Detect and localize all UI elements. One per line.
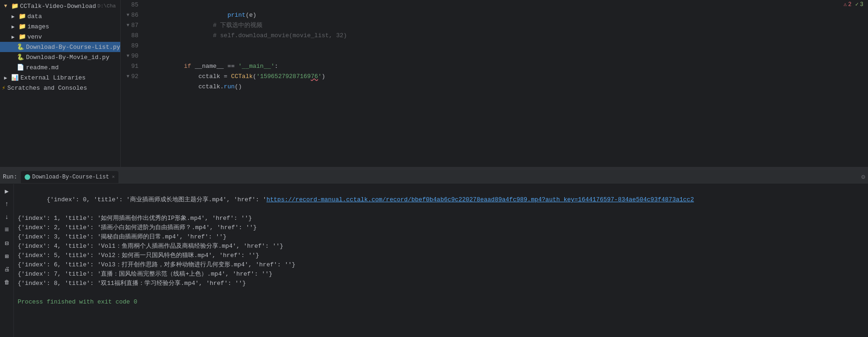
warning-badge[interactable]: ✓ 3 [855, 1, 863, 8]
line-num-87: ▼ 87 [124, 20, 138, 31]
run-button[interactable]: ▶ [2, 186, 12, 196]
folder-icon-data: 📁 [19, 13, 26, 20]
run-tabs-bar: Run: Download-By-Course-List × ⚙ [0, 170, 868, 184]
sidebar-label-scratches: Scratches and Consoles [7, 85, 87, 92]
soft-wrap-button[interactable]: ⊟ [2, 238, 12, 248]
console-line-7: {'index': 7, 'title': '直播：国风绘画完整示范（线稿+上色… [18, 270, 864, 279]
console-output[interactable]: {'index': 0, 'title': '商业插画师成长地图主题分享.mp4… [14, 184, 868, 337]
code-container[interactable]: 85 ▼ 86 ▼ 87 88 89 ▼ 90 [121, 0, 868, 163]
warning-icon: ✓ [855, 1, 859, 8]
clear-button[interactable]: 🗑 [2, 277, 12, 287]
code-line-85: print(e) [144, 0, 868, 10]
line-num-91: 91 [124, 61, 138, 72]
run-tab-active[interactable]: Download-By-Course-List × [21, 171, 118, 183]
print-button[interactable]: 🖨 [2, 264, 12, 274]
run-label: Run: [3, 173, 17, 180]
tab-python-icon [25, 174, 30, 180]
line-num-92: ▼ 92 [124, 72, 138, 82]
console-link-0[interactable]: https://record-manual.cctalk.com/record/… [267, 196, 694, 203]
error-icon: ⚠ [843, 1, 847, 8]
triangle-right-icon-images: ▶ [9, 23, 17, 30]
console-line-1: {'index': 1, 'title': '如何用插画创作出优秀的IP形象.m… [18, 214, 864, 223]
folder-icon-venv: 📁 [19, 33, 26, 40]
error-badge[interactable]: ⚠ 2 [843, 1, 851, 8]
scroll-up-button[interactable]: ↑ [2, 199, 12, 209]
code-line-90: if __name__ == '__main__': [144, 51, 868, 61]
scratch-icon: ⚡ [2, 84, 6, 92]
console-line-blank [18, 288, 864, 297]
fold-icon-87[interactable]: ▼ [126, 20, 129, 31]
close-tab-button[interactable]: × [112, 174, 115, 180]
expand-button[interactable]: ⊞ [2, 251, 12, 261]
sidebar-label-download-movie: Download-By-Movie_id.py [26, 54, 109, 61]
fold-icon-86[interactable]: ▼ [126, 10, 129, 20]
console-line-6: {'index': 6, 'title': 'Vol3：打开创作思路，对多种动物… [18, 260, 864, 270]
horizontal-scrollbar[interactable] [121, 163, 868, 167]
sidebar-item-download-movie[interactable]: 🐍 Download-By-Movie_id.py [0, 52, 120, 62]
fold-icon-90[interactable]: ▼ [126, 51, 129, 61]
run-tab-label: Download-By-Course-List [32, 174, 109, 180]
sidebar-item-readme[interactable]: 📄 readme.md [0, 62, 120, 73]
sidebar-label-readme: readme.md [26, 64, 59, 71]
folder-icon-cctalk: 📁 [11, 2, 19, 10]
md-icon: 📄 [17, 64, 24, 71]
code-lines: print(e) # 下载选中的视频 # self.download_movie… [144, 0, 868, 163]
console-line-3: {'index': 3, 'title': '揭秘自由插画师的日常.mp4', … [18, 232, 864, 242]
console-line-4: {'index': 4, 'title': 'Vol1：鱼雨桐个人插画作品及商稿… [18, 242, 864, 251]
sidebar-label-cctalk: CCTalk-Video-Download [20, 3, 96, 10]
sidebar-item-external-libs[interactable]: ▶ 📊 External Libraries [0, 73, 120, 83]
console-line-8: {'index': 8, 'title': '双11福利直播：学习经验分享.mp… [18, 279, 864, 288]
line-num-85: 85 [124, 0, 138, 10]
console-line-exit: Process finished with exit code 0 [18, 297, 864, 307]
folder-open-icon: ▼ [2, 2, 9, 10]
triangle-right-icon-ext: ▶ [2, 74, 9, 81]
line-num-86: ▼ 86 [124, 10, 138, 20]
sidebar-label-data: data [27, 13, 42, 20]
folder-icon-images: 📁 [19, 23, 26, 30]
sidebar-item-images[interactable]: ▶ 📁 images [0, 21, 120, 32]
line-num-89: 89 [124, 41, 138, 51]
bottom-run-inner: ▶ ↑ ↓ ≡ ⊟ ⊞ 🖨 🗑 {'index': 0, 'title': '商… [0, 184, 868, 337]
sidebar-item-download-course[interactable]: 🐍 Download-By-Course-List.py [0, 42, 120, 52]
bottom-panel: Run: Download-By-Course-List × ⚙ ▶ ↑ ↓ ≡… [0, 169, 868, 337]
sidebar-item-cctalk[interactable]: ▼ 📁 CCTalk-Video-Download D:\Cha [0, 1, 120, 11]
triangle-right-icon: ▶ [9, 13, 17, 20]
run-settings-icon[interactable]: ⚙ [861, 173, 865, 181]
console-line-5: {'index': 5, 'title': 'Vol2：如何画一只国风特色的猫咪… [18, 251, 864, 260]
triangle-right-icon-venv: ▶ [9, 33, 17, 40]
sidebar: ▼ 📁 CCTalk-Video-Download D:\Cha ▶ 📁 dat… [0, 0, 121, 167]
line-num-90: ▼ 90 [124, 51, 138, 61]
sidebar-label-ext-libs: External Libraries [20, 74, 85, 81]
scroll-down-button[interactable]: ↓ [2, 212, 12, 222]
python-icon-movie: 🐍 [17, 53, 24, 61]
ext-lib-icon: 📊 [11, 74, 19, 81]
python-icon-course: 🐍 [17, 43, 24, 51]
editor-area: 85 ▼ 86 ▼ 87 88 89 ▼ 90 [121, 0, 868, 167]
console-line-0: {'index': 0, 'title': '商业插画师成长地图主题分享.mp4… [18, 186, 864, 214]
console-line-2: {'index': 2, 'title': '插画小白如何进阶为自由插画师？.m… [18, 223, 864, 232]
sidebar-item-scratches[interactable]: ⚡ Scratches and Consoles [0, 83, 120, 93]
line-num-88: 88 [124, 31, 138, 41]
sidebar-label-download-course: Download-By-Course-List.py [26, 44, 120, 51]
path-label: D:\Cha [98, 3, 116, 9]
status-badges: ⚠ 2 ✓ 3 [843, 1, 863, 8]
warning-count: 3 [860, 1, 863, 8]
main-layout: ▼ 📁 CCTalk-Video-Download D:\Cha ▶ 📁 dat… [0, 0, 868, 167]
sidebar-item-data[interactable]: ▶ 📁 data [0, 11, 120, 21]
fold-icon-92[interactable]: ▼ [126, 72, 129, 82]
sidebar-label-images: images [27, 23, 49, 30]
error-count: 2 [848, 1, 851, 8]
sidebar-item-venv[interactable]: ▶ 📁 venv [0, 32, 120, 42]
run-toolbar: ▶ ↑ ↓ ≡ ⊟ ⊞ 🖨 🗑 [0, 184, 14, 337]
line-numbers: 85 ▼ 86 ▼ 87 88 89 ▼ 90 [121, 0, 144, 163]
code-line-89 [144, 41, 868, 51]
sidebar-label-venv: venv [27, 33, 42, 40]
wrap-button[interactable]: ≡ [2, 225, 12, 235]
